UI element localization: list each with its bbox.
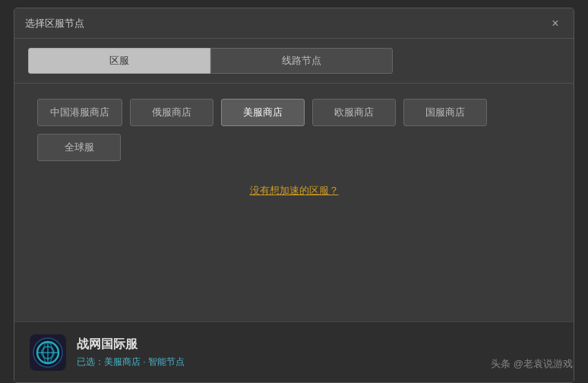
bottom-bar: 战网国际服 已选：美服商店 · 智能节点	[14, 321, 574, 382]
tab-route[interactable]: 线路节点	[210, 48, 393, 74]
app-name: 战网国际服	[77, 337, 558, 353]
region-grid: 中国港服商店 俄服商店 美服商店 欧服商店 国服商店 全球服	[37, 99, 551, 161]
main-dialog: 选择区服节点 × 区服 线路节点 中国港服商店 俄服商店 美服商店 欧服商店 国…	[14, 8, 574, 383]
dialog-title: 选择区服节点	[25, 17, 84, 30]
region-us[interactable]: 美服商店	[221, 99, 305, 126]
region-china-hk[interactable]: 中国港服商店	[37, 99, 122, 126]
region-cn[interactable]: 国服商店	[403, 99, 487, 126]
no-region-link[interactable]: 没有想加速的区服？	[250, 184, 339, 198]
tab-region[interactable]: 区服	[28, 48, 210, 74]
content-area: 中国港服商店 俄服商店 美服商店 欧服商店 国服商店 全球服 没有想加速的区服？	[14, 84, 574, 321]
region-russia[interactable]: 俄服商店	[130, 99, 213, 126]
app-info: 战网国际服 已选：美服商店 · 智能节点	[77, 337, 558, 369]
close-button[interactable]: ×	[548, 16, 563, 31]
region-eu[interactable]: 欧服商店	[312, 99, 396, 126]
region-global[interactable]: 全球服	[37, 134, 121, 161]
watermark: 头条 @老袁说游戏	[491, 357, 573, 371]
tab-bar: 区服 线路节点	[14, 39, 574, 84]
titlebar: 选择区服节点 ×	[14, 8, 574, 39]
app-icon	[30, 334, 66, 371]
app-status: 已选：美服商店 · 智能节点	[77, 356, 558, 369]
